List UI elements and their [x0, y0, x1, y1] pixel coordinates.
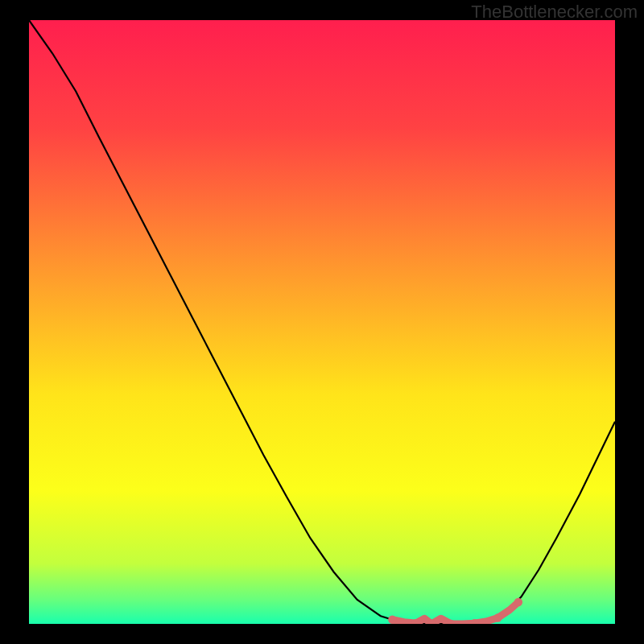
- chart-container: TheBottlenecker.com: [0, 0, 644, 644]
- watermark-text: TheBottlenecker.com: [471, 2, 638, 23]
- gradient-background: [29, 20, 615, 624]
- marker-dot: [493, 613, 502, 621]
- plot-area: [29, 20, 615, 624]
- chart-svg: [29, 20, 615, 624]
- marker-dot: [388, 616, 396, 624]
- marker-dot: [514, 598, 522, 606]
